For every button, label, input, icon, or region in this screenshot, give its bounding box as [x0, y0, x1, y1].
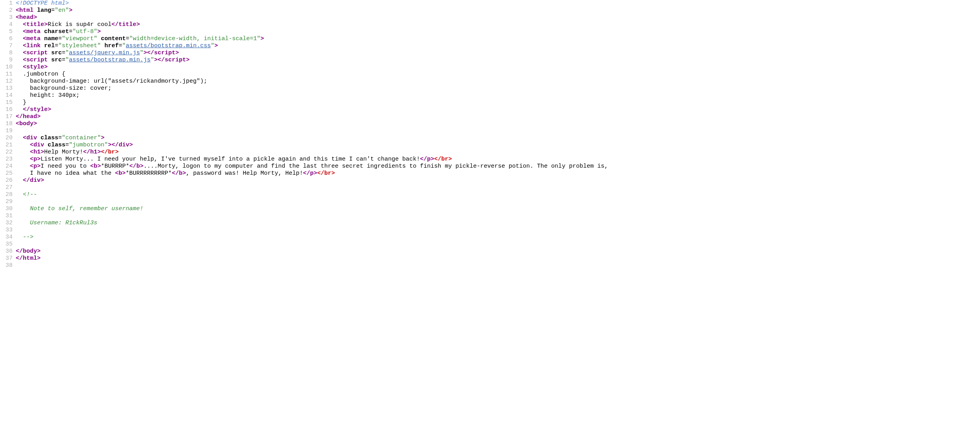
line-number: 21 [0, 142, 13, 149]
token-tag-bracket: < [30, 156, 33, 163]
line-number: 1 [0, 0, 13, 7]
line-number: 23 [0, 156, 13, 163]
line-number: 34 [0, 234, 13, 241]
token-tag-bracket: > [37, 163, 41, 170]
token-plain [16, 64, 23, 70]
token-tag-bracket: > [33, 120, 37, 127]
token-attr-val: " [122, 43, 126, 49]
token-plain [16, 163, 30, 170]
line-number: 6 [0, 35, 13, 43]
token-tag-name: p [33, 163, 37, 170]
code-line[interactable]: I have no idea what the <b>*BURRRRRRRRP*… [16, 170, 980, 177]
token-tag-bracket: </ [83, 149, 90, 155]
token-plain [16, 191, 23, 198]
code-line[interactable]: Note to self, remember username! [16, 205, 980, 213]
code-line[interactable]: <meta name="viewport" content="width=dev… [16, 35, 980, 43]
code-line[interactable]: Username: R1ckRul3s [16, 220, 980, 227]
token-tag-name: head [23, 113, 37, 120]
code-line[interactable]: <div class="jumbotron"></div> [16, 142, 980, 149]
code-line[interactable]: <meta charset="utf-8"> [16, 28, 980, 35]
token-plain [16, 135, 23, 141]
token-plain: , password was! Help Morty, Help! [186, 170, 303, 177]
line-number: 2 [0, 7, 13, 14]
token-tag-name: meta [26, 35, 41, 42]
token-tag-bracket: > [97, 28, 101, 35]
token-tag-name: div [26, 135, 37, 141]
code-line[interactable]: </style> [16, 106, 980, 113]
code-line[interactable]: --> [16, 234, 980, 241]
line-number: 28 [0, 191, 13, 198]
code-line[interactable]: </body> [16, 248, 980, 255]
code-line[interactable]: <h1>Help Morty!</h1></br> [16, 149, 980, 156]
token-tag-name: title [26, 21, 44, 28]
token-plain [16, 43, 23, 49]
token-tag-name: b [179, 170, 182, 177]
token-plain: background-image: url("assets/rickandmor… [16, 78, 207, 85]
code-area[interactable]: <!DOCTYPE html><html lang="en"><head> <t… [16, 0, 980, 269]
token-tag-bracket: < [23, 50, 26, 56]
token-tag-bracket: </ [111, 21, 119, 28]
token-err-tag: </ [101, 149, 108, 155]
code-line[interactable] [16, 241, 980, 248]
token-tag-name: head [19, 14, 33, 21]
code-editor[interactable]: 1234567891011121314151617181920212223242… [0, 0, 980, 269]
code-line[interactable]: <html lang="en"> [16, 7, 980, 14]
code-line[interactable]: <script src="assets/bootstrap.min.js"></… [16, 57, 980, 64]
code-line[interactable]: <p>Listen Morty... I need your help, I'v… [16, 156, 980, 163]
token-tag-name: p [33, 156, 37, 163]
code-line[interactable] [16, 227, 980, 234]
token-plain: height: 340px; [16, 92, 80, 99]
token-tag-bracket: > [33, 14, 37, 21]
token-attr-name: name [44, 35, 58, 42]
token-plain [16, 149, 30, 155]
line-number: 16 [0, 106, 13, 113]
token-tag-name: title [119, 21, 136, 28]
code-line[interactable]: <title>Rick is sup4r cool</title> [16, 21, 980, 28]
code-line[interactable] [16, 262, 980, 269]
token-tag-bracket: </ [16, 255, 23, 262]
code-line[interactable]: </head> [16, 113, 980, 120]
token-tag-bracket: > [37, 156, 41, 163]
token-tag-bracket: > [314, 170, 317, 177]
line-number: 37 [0, 255, 13, 262]
token-tag-bracket: > [129, 142, 133, 148]
token-attr-name: rel [44, 43, 55, 49]
token-tag-bracket: </ [16, 113, 23, 120]
code-line[interactable]: <div class="container"> [16, 135, 980, 142]
code-line[interactable]: <!-- [16, 191, 980, 198]
token-tag-name: div [33, 142, 44, 148]
code-line[interactable]: background-size: cover; [16, 85, 980, 92]
code-line[interactable]: <script src="assets/jquery.min.js"></scr… [16, 50, 980, 57]
token-attr-val: " [150, 57, 154, 63]
code-line[interactable]: background-image: url("assets/rickandmor… [16, 78, 980, 85]
code-line[interactable]: </html> [16, 255, 980, 262]
code-line[interactable]: <head> [16, 14, 980, 21]
token-tag-bracket: < [16, 14, 19, 21]
token-attr-eq: = [119, 43, 122, 49]
token-err-tag: > [115, 149, 119, 155]
code-line[interactable]: <body> [16, 120, 980, 128]
code-line[interactable]: <!DOCTYPE html> [16, 0, 980, 7]
code-line[interactable]: .jumbotron { [16, 71, 980, 78]
code-line[interactable] [16, 128, 980, 135]
code-line[interactable] [16, 198, 980, 205]
token-tag-bracket: < [30, 163, 33, 170]
code-line[interactable]: height: 340px; [16, 92, 980, 99]
line-number: 8 [0, 50, 13, 57]
line-number: 36 [0, 248, 13, 255]
code-line[interactable] [16, 213, 980, 220]
token-tag-name: script [154, 50, 175, 56]
token-attr-val: "container" [62, 135, 101, 141]
token-attr-eq: = [58, 135, 62, 141]
token-tag-bracket: > [186, 57, 189, 63]
token-tag-bracket: > [48, 106, 51, 113]
code-line[interactable]: </div> [16, 177, 980, 184]
line-number: 9 [0, 57, 13, 64]
code-line[interactable] [16, 184, 980, 191]
code-line[interactable]: <style> [16, 64, 980, 71]
code-line[interactable]: <link rel="stylesheet" href="assets/boot… [16, 43, 980, 50]
code-line[interactable]: } [16, 99, 980, 106]
token-plain [48, 50, 51, 56]
line-number: 14 [0, 92, 13, 99]
code-line[interactable]: <p>I need you to <b>*BURRRP*</b>....Mort… [16, 163, 980, 170]
